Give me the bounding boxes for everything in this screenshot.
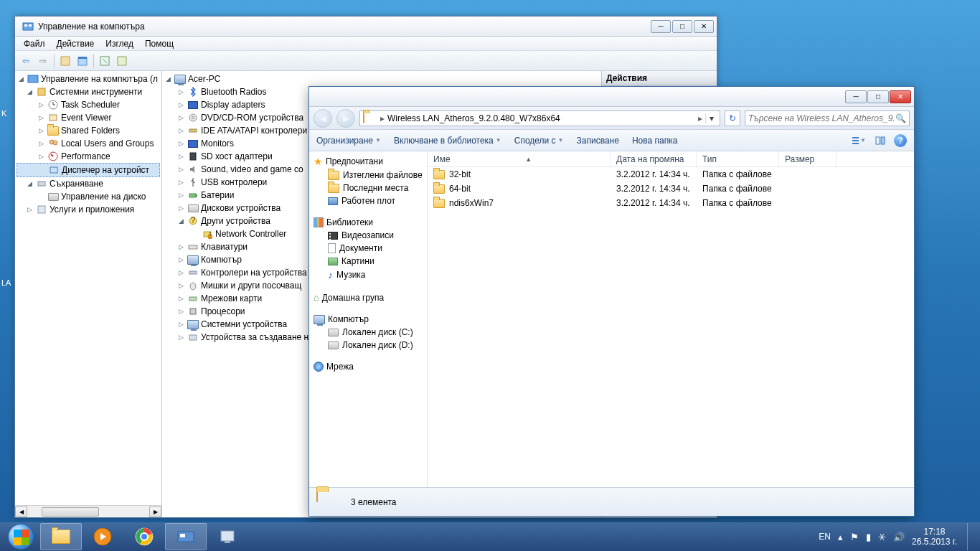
np-downloads[interactable]: Изтеглени файлове <box>309 169 427 182</box>
view-options-icon[interactable]: ▼ <box>851 133 867 149</box>
tree-storage[interactable]: ◢Съхраняване <box>17 177 160 190</box>
folder-icon <box>433 170 445 179</box>
np-recent[interactable]: Последни места <box>309 182 427 194</box>
folder-icon <box>328 171 339 180</box>
menu-view[interactable]: Изглед <box>100 37 139 50</box>
dev-root[interactable]: ◢Acer-PC <box>164 72 600 85</box>
tb-new-folder[interactable]: Нова папка <box>632 136 677 146</box>
file-row[interactable]: 32-bit 3.2.2012 г. 14:34 ч. Папка с файл… <box>428 167 914 182</box>
np-desktop[interactable]: Работен плот <box>309 194 427 207</box>
tb-share[interactable]: Сподели с ▼ <box>514 136 564 146</box>
ex-minimize-button[interactable]: ─ <box>845 90 867 103</box>
menu-file[interactable]: Файл <box>18 37 51 50</box>
tb-icon-3[interactable] <box>97 53 113 69</box>
forward-icon[interactable]: ⇨ <box>35 53 51 69</box>
tb-icon-2[interactable] <box>75 53 90 69</box>
svg-rect-10 <box>38 88 45 95</box>
tree-services[interactable]: ▷Услуги и приложения <box>17 203 160 216</box>
task-app[interactable] <box>207 523 248 550</box>
svg-rect-26 <box>189 194 196 197</box>
tree-shared-folders[interactable]: ▷Shared Folders <box>17 124 160 137</box>
left-scrollbar[interactable]: ◀▶ <box>15 505 161 517</box>
task-explorer[interactable] <box>40 523 82 550</box>
svg-rect-41 <box>852 143 859 144</box>
svg-rect-37 <box>190 309 196 314</box>
np-network[interactable]: Мрежа <box>309 360 427 373</box>
ex-maximize-button[interactable]: □ <box>867 90 889 103</box>
search-box[interactable]: 🔍 <box>745 110 910 126</box>
volume-icon[interactable]: 🔊 <box>893 532 905 542</box>
file-row[interactable]: 64-bit 3.2.2012 г. 14:34 ч. Папка с файл… <box>428 182 914 196</box>
search-input[interactable] <box>748 113 895 123</box>
tb-include[interactable]: Включване в библиотека ▼ <box>394 136 501 146</box>
svg-rect-51 <box>221 531 234 541</box>
music-icon: ♪ <box>328 269 333 281</box>
svg-rect-24 <box>189 129 197 132</box>
svg-rect-9 <box>28 75 38 83</box>
network-tray-icon[interactable]: ⚹ <box>878 531 886 542</box>
breadcrumb-dropdown-icon[interactable]: ▾ <box>705 113 717 123</box>
search-icon[interactable]: 🔍 <box>895 113 906 123</box>
back-icon[interactable]: ⇦ <box>18 53 34 69</box>
document-icon <box>328 243 336 253</box>
col-type[interactable]: Тип <box>697 151 779 166</box>
np-favorites[interactable]: ★Предпочитани <box>309 154 427 169</box>
menu-action[interactable]: Действие <box>51 37 100 50</box>
tree-system-tools[interactable]: ◢Системни инструменти <box>17 85 160 98</box>
np-music[interactable]: ♪Музика <box>309 268 427 282</box>
help-button[interactable]: ? <box>894 134 907 147</box>
minimize-button[interactable]: ─ <box>651 20 671 33</box>
ex-titlebar[interactable]: ─ □ ✕ <box>309 87 914 107</box>
ex-close-button[interactable]: ✕ <box>890 90 911 103</box>
np-homegroup[interactable]: ⌂Домашна група <box>309 291 427 304</box>
task-computer-mgmt[interactable] <box>165 523 207 550</box>
np-pictures[interactable]: Картини <box>309 255 427 268</box>
menu-help[interactable]: Помощ <box>139 37 179 50</box>
show-desktop-button[interactable] <box>967 523 974 550</box>
task-media-player[interactable] <box>82 523 123 550</box>
tree-local-users[interactable]: ▷Local Users and Groups <box>17 137 160 150</box>
maximize-button[interactable]: □ <box>672 20 692 33</box>
svg-rect-5 <box>78 57 87 59</box>
battery-icon[interactable]: ▮ <box>866 532 871 542</box>
start-button[interactable] <box>1 523 40 550</box>
np-videos[interactable]: Видеозаписи <box>309 229 427 242</box>
nav-forward-button[interactable]: ▶ <box>336 109 355 128</box>
np-disk-d[interactable]: Локален диск (D:) <box>309 339 427 352</box>
tb-icon-4[interactable] <box>114 53 130 69</box>
clock[interactable]: 17:18 26.5.2013 г. <box>912 527 957 547</box>
file-row[interactable]: ndis6xWin7 3.2.2012 г. 14:34 ч. Папка с … <box>428 196 914 210</box>
breadcrumb[interactable]: ▸ Wireless LAN_Atheros_9.2.0.480_W7x86x6… <box>359 110 720 126</box>
tree-task-scheduler[interactable]: ▷Task Scheduler <box>17 98 160 111</box>
close-button[interactable]: ✕ <box>694 20 714 33</box>
tb-organize[interactable]: Организиране ▼ <box>316 136 381 146</box>
col-date[interactable]: Дата на промяна <box>611 151 697 166</box>
col-size[interactable]: Размер <box>779 151 837 166</box>
breadcrumb-text[interactable]: Wireless LAN_Atheros_9.2.0.480_W7x86x64 <box>387 113 695 123</box>
tray-arrow-icon[interactable]: ▴ <box>838 532 843 542</box>
col-name[interactable]: Име▲ <box>428 151 611 166</box>
np-libraries[interactable]: Библиотеки <box>309 216 427 229</box>
preview-pane-icon[interactable] <box>872 133 888 149</box>
nav-back-button[interactable]: ◀ <box>314 109 332 128</box>
refresh-button[interactable]: ↻ <box>725 110 740 126</box>
cm-titlebar[interactable]: Управление на компютъра ─ □ ✕ <box>15 17 717 37</box>
cm-menubar: Файл Действие Изглед Помощ <box>15 37 717 51</box>
library-icon <box>314 217 324 227</box>
tree-event-viewer[interactable]: ▷Event Viewer <box>17 111 160 124</box>
task-chrome[interactable] <box>123 523 165 550</box>
lang-indicator[interactable]: EN <box>819 532 831 542</box>
taskbar: EN ▴ ⚑ ▮ ⚹ 🔊 17:18 26.5.2013 г. <box>0 522 980 551</box>
tree-performance[interactable]: ▷Performance <box>17 150 160 163</box>
flag-icon[interactable]: ⚑ <box>850 532 859 542</box>
np-disk-c[interactable]: Локален диск (C:) <box>309 326 427 339</box>
np-documents[interactable]: Документи <box>309 242 427 255</box>
svg-rect-3 <box>61 57 70 65</box>
tree-root[interactable]: ◢Управление на компютъра (л <box>17 72 160 85</box>
svg-text:!: ! <box>209 230 211 239</box>
tb-icon-1[interactable] <box>57 53 73 69</box>
tb-burn[interactable]: Записване <box>577 136 619 146</box>
tree-disk-mgmt[interactable]: Управление на диско <box>17 190 160 203</box>
tree-device-manager[interactable]: Диспечер на устройст <box>17 163 160 177</box>
np-computer[interactable]: Компютър <box>309 313 427 326</box>
